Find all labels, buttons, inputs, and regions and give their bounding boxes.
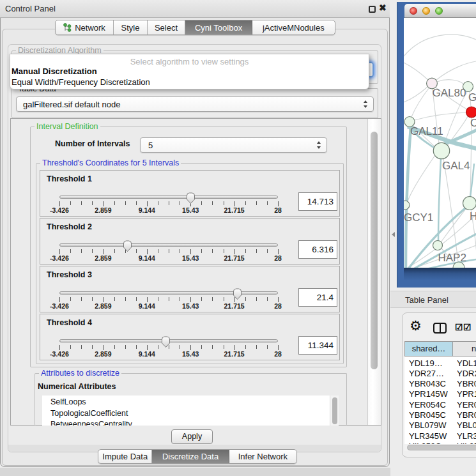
slider-tick-label: 21.715 [215,350,254,358]
attribute-list-item[interactable]: BetweennessCentrality [50,420,132,426]
network-edge[interactable] [441,209,466,242]
network-node-label: H [470,210,476,222]
tab-jactivemnodules[interactable]: jActiveMNodules [252,20,334,35]
network-edge[interactable] [443,158,458,262]
tab-label: Network [75,23,105,33]
threshold-block-1: Threshold 1-3.4262.8599.14415.4321.71528… [40,170,340,217]
algorithm-option-manual[interactable]: Manual Discretization [12,66,97,76]
tab-select[interactable]: Select [148,20,185,35]
settings-scrollbar-thumb[interactable] [371,132,378,369]
network-edge[interactable] [404,63,428,80]
table-data-combobox-value: galFiltered.sif default node [23,100,120,109]
network-node-c[interactable] [466,107,476,118]
threshold-label: Threshold 4 [47,318,92,327]
network-edge[interactable] [438,159,441,241]
attribute-list-item[interactable]: SelfLoops [50,397,86,406]
settings-scrollpane: Interval Definition Number of Intervals … [10,118,381,426]
attribute-list-item[interactable]: TopologicalCoefficient [50,409,128,418]
threshold-value-field[interactable]: 11.344 [298,336,337,355]
table-horizontal-scrollbar[interactable] [404,444,476,451]
table-panel-title: Table Panel [405,295,449,305]
threshold-block-2: Threshold 2-3.4262.8599.14415.4321.71528… [40,218,340,265]
gear-icon[interactable]: ⚙ [410,318,422,334]
network-node-hap2[interactable] [433,241,443,250]
threshold-block-4: Threshold 4-3.4262.8599.14415.4321.71528… [40,314,340,360]
number-of-intervals-combobox[interactable]: 5 [140,137,327,153]
slider-tick-label: 28 [259,206,297,214]
algorithm-option-equal-width[interactable]: Equal Width/Frequency Discretization [12,77,150,87]
tab-label: Discretize Data [162,452,219,461]
network-node-gcy1[interactable] [404,201,410,210]
slider-track[interactable] [59,291,278,295]
desktop-background [0,468,390,476]
columns-icon[interactable] [433,323,447,334]
network-edge[interactable] [415,112,466,120]
tab-style[interactable]: Style [114,20,148,35]
table-header-shared-name[interactable]: shared… [404,341,453,357]
network-edge[interactable] [436,61,476,80]
network-node-label: GAL4 [442,160,470,172]
threshold-label: Threshold 2 [47,222,92,231]
tab-infer-network[interactable]: Infer Network [229,450,296,463]
slider-thumb[interactable] [185,192,196,204]
numerical-attributes-list[interactable]: SelfLoopsTopologicalCoefficientBetweenne… [42,395,339,426]
slider-tick-label: 2.859 [84,350,122,358]
network-node-gal4[interactable] [433,142,449,158]
network-edge[interactable] [411,88,429,117]
network-node-label: GA [468,91,476,104]
tab-label: Style [121,23,140,33]
slider-tick-label: 2.859 [84,254,122,262]
apply-button[interactable]: Apply [171,429,213,444]
algorithm-dropdown-popup: Select algorithm to view settings Manual… [10,54,369,89]
table-header-name[interactable]: name [452,341,476,357]
tab-label: Select [155,23,178,33]
threshold-label: Threshold 1 [47,174,92,183]
tab-cyni-toolbox[interactable]: Cyni Toolbox [185,20,252,35]
slider-tick-label: 15.43 [171,206,210,214]
tab-label: Impute Data [102,452,148,461]
float-window-button[interactable] [369,6,376,13]
slider-tick-label: 2.859 [84,302,122,310]
slider-thumb[interactable] [122,240,133,252]
network-edge[interactable] [406,128,411,268]
tab-discretize-data[interactable]: Discretize Data [152,450,229,463]
threshold-value-field[interactable]: 6.316 [298,240,337,259]
tab-network[interactable]: Network [56,20,114,35]
zoom-window-icon[interactable] [435,7,443,15]
control-panel-title: Control Panel [5,4,56,13]
network-node-h[interactable] [463,197,476,210]
network-view-canvas[interactable]: GAL80GACGAL11GAL4GCY1HHAP2 [404,18,476,268]
close-panel-button[interactable]: ✖ [379,3,387,13]
bottom-tabs: Impute DataDiscretize DataInfer Network [98,449,297,464]
tab-impute-data[interactable]: Impute Data [98,450,152,463]
table-data-combobox[interactable]: galFiltered.sif default node [16,96,374,112]
number-of-intervals-value: 5 [148,141,153,150]
attributes-list-scrollbar[interactable] [330,395,339,426]
attributes-group-title: Attributes to discretize [39,369,121,378]
slider-tick-label: 21.715 [215,206,254,214]
settings-scrollbar[interactable] [367,119,381,425]
slider-track[interactable] [59,243,278,247]
table-hscrollbar-thumb[interactable] [407,445,476,450]
thresholds-group-title: Threshold's Coordinates for 5 Intervals [40,158,181,167]
checkbox-icon[interactable]: ☑ [455,322,463,332]
threshold-label: Threshold 3 [47,270,92,279]
network-edge[interactable] [437,80,463,84]
tab-label: Infer Network [238,452,288,461]
network-node-label: GAL80 [433,87,466,99]
slider-tick-label: 9.144 [128,206,166,214]
tab-label: jActiveMNodules [263,23,325,33]
network-edge[interactable] [404,35,476,56]
slider-tick-label: 28 [259,350,297,358]
checkbox-icon[interactable]: ☑ [463,322,472,332]
minimize-window-icon[interactable] [422,7,430,15]
slider-thumb[interactable] [160,335,171,348]
threshold-value-field[interactable]: 21.4 [298,288,337,307]
close-window-icon[interactable] [410,7,417,15]
network-edge[interactable] [408,155,435,201]
slider-track[interactable] [59,196,278,199]
numerical-attributes-label: Numerical Attributes [38,382,116,391]
panel-divider-arrow-icon[interactable] [392,232,395,237]
slider-thumb[interactable] [232,288,243,300]
threshold-value-field[interactable]: 14.713 [298,192,337,211]
